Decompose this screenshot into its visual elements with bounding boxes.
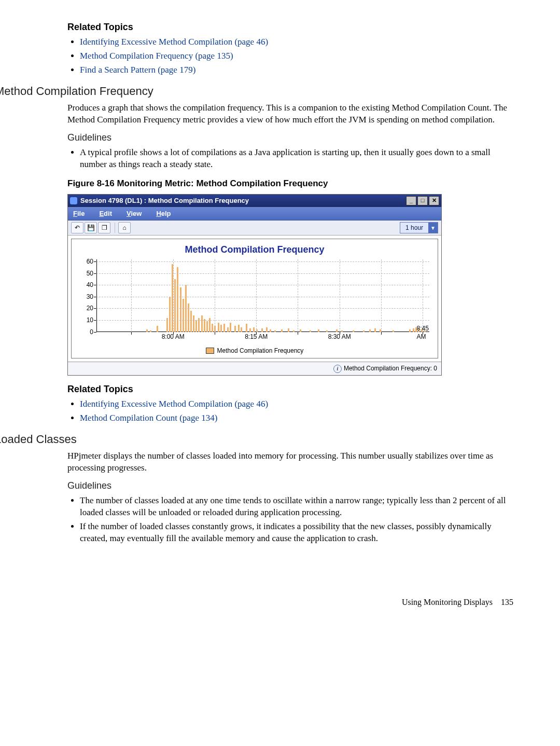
home-button[interactable]: ⌂ bbox=[118, 222, 131, 233]
y-tick-label: 10 bbox=[79, 316, 93, 324]
chevron-down-icon: ▼ bbox=[428, 223, 438, 233]
copy-button[interactable]: ❐ bbox=[98, 222, 110, 233]
y-tick-label: 0 bbox=[79, 328, 93, 336]
guidelines-item: If the number of loaded classes constant… bbox=[80, 521, 513, 545]
app-window: Session 4798 (DL1) : Method Compilation … bbox=[67, 194, 442, 376]
guidelines-list-mcf: A typical profile shows a lot of compila… bbox=[67, 147, 513, 171]
toolbar: ↶ 💾 ❐ ⌂ 1 hour ▼ bbox=[68, 220, 441, 236]
chart-legend: Method Compilation Frequency bbox=[76, 343, 433, 357]
related-topics-list-1: Identifying Excessive Method Compilation… bbox=[67, 36, 513, 76]
figure-caption: Figure 8-16 Monitoring Metric: Method Co… bbox=[67, 178, 513, 190]
guidelines-item: A typical profile shows a lot of compila… bbox=[80, 147, 513, 171]
maximize-button[interactable]: □ bbox=[417, 196, 428, 205]
menu-file[interactable]: File bbox=[73, 209, 85, 218]
related-topics-heading-2: Related Topics bbox=[67, 383, 513, 395]
section-mcf-para: Produces a graph that shows the compilat… bbox=[67, 102, 513, 126]
x-tick-label: 8:15 AM bbox=[245, 333, 268, 341]
footer-page-number: 135 bbox=[501, 597, 513, 608]
app-icon bbox=[70, 197, 77, 204]
guidelines-heading-loaded: Guidelines bbox=[67, 479, 513, 492]
menu-view[interactable]: View bbox=[127, 209, 142, 218]
guidelines-heading-mcf: Guidelines bbox=[67, 131, 513, 144]
related-link[interactable]: Method Compilation Count (page 134) bbox=[80, 413, 217, 423]
menu-help[interactable]: Help bbox=[156, 209, 171, 218]
section-heading-mcf: Method Compilation Frequency bbox=[0, 84, 513, 99]
y-tick-label: 40 bbox=[79, 281, 93, 289]
status-bar: iMethod Compilation Frequency: 0 bbox=[68, 362, 441, 375]
x-tick-label: 8:30 AM bbox=[328, 333, 351, 341]
legend-swatch bbox=[206, 348, 214, 354]
status-text: Method Compilation Frequency: 0 bbox=[344, 365, 437, 372]
related-link[interactable]: Method Compilation Frequency (page 135) bbox=[80, 51, 233, 61]
legend-label: Method Compilation Frequency bbox=[217, 347, 304, 354]
window-title: Session 4798 (DL1) : Method Compilation … bbox=[80, 196, 249, 205]
chart-title: Method Compilation Frequency bbox=[76, 243, 433, 256]
y-tick-label: 60 bbox=[79, 257, 93, 266]
y-tick-label: 20 bbox=[79, 304, 93, 312]
related-link[interactable]: Identifying Excessive Method Compilation… bbox=[80, 399, 268, 409]
y-tick-label: 30 bbox=[79, 293, 93, 301]
x-tick-label: 8:45 AM bbox=[416, 324, 428, 341]
page-footer: Using Monitoring Displays 135 bbox=[31, 597, 513, 608]
menu-edit[interactable]: Edit bbox=[99, 209, 112, 218]
related-link[interactable]: Identifying Excessive Method Compilation… bbox=[80, 37, 268, 47]
minimize-button[interactable]: _ bbox=[406, 196, 416, 205]
chart-plot-area: 01020304050608:00 AM8:15 AM8:30 AM8:45 A… bbox=[96, 259, 429, 332]
chart-panel: Method Compilation Frequency 01020304050… bbox=[71, 239, 438, 358]
close-button[interactable]: ✕ bbox=[429, 196, 439, 205]
undo-button[interactable]: ↶ bbox=[71, 222, 83, 233]
time-range-dropdown[interactable]: 1 hour ▼ bbox=[400, 222, 438, 233]
guidelines-list-loaded: The number of classes loaded at any one … bbox=[67, 495, 513, 545]
y-tick-label: 50 bbox=[79, 269, 93, 278]
section-heading-loaded: Loaded Classes bbox=[0, 432, 513, 447]
section-loaded-para: HPjmeter displays the number of classes … bbox=[67, 450, 513, 474]
footer-section: Using Monitoring Displays bbox=[402, 597, 493, 608]
time-range-label: 1 hour bbox=[400, 224, 428, 232]
related-topics-heading-1: Related Topics bbox=[67, 21, 513, 33]
x-tick-label: 8:00 AM bbox=[162, 333, 185, 341]
window-titlebar[interactable]: Session 4798 (DL1) : Method Compilation … bbox=[68, 195, 441, 207]
save-button[interactable]: 💾 bbox=[85, 222, 97, 233]
menu-bar: File Edit View Help bbox=[68, 207, 441, 221]
guidelines-item: The number of classes loaded at any one … bbox=[80, 495, 513, 519]
info-icon: i bbox=[333, 365, 342, 373]
related-link[interactable]: Find a Search Pattern (page 179) bbox=[80, 65, 195, 75]
related-topics-list-2: Identifying Excessive Method Compilation… bbox=[67, 398, 513, 424]
